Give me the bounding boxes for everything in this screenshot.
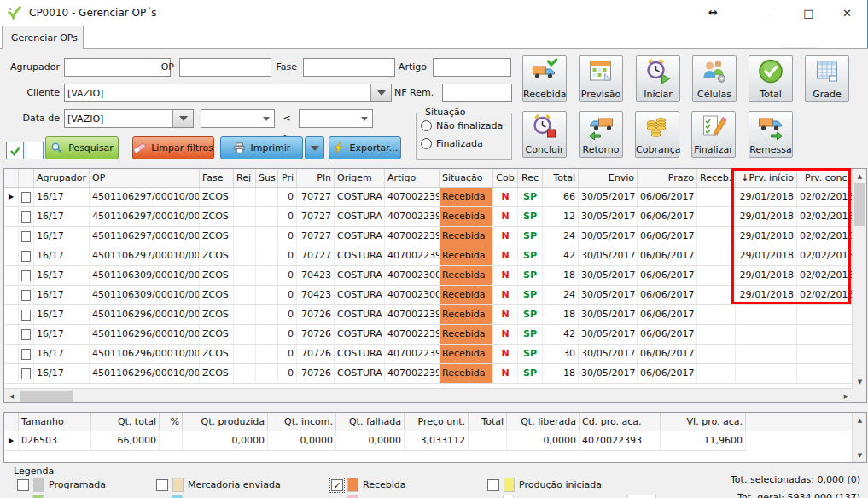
total-button[interactable]: Total (749, 55, 793, 102)
scrollbar-thumb[interactable] (854, 183, 865, 226)
detail-col-header-pre-o-unt[interactable]: Preço unt. (405, 413, 469, 431)
data-de-dropdown-icon[interactable] (172, 110, 193, 127)
col-header-sus[interactable]: Sus (256, 169, 278, 187)
table-row[interactable]: 16/174501106297/00010/004ZCOS070727COSTU… (4, 207, 866, 227)
legend-checkbox-recebida[interactable]: ✓ (331, 479, 343, 491)
imprimir-dropdown-button[interactable] (305, 136, 324, 159)
row-checkbox[interactable] (19, 188, 34, 207)
limpar-filtros-button[interactable]: Limpar filtros (132, 136, 214, 159)
date-to-combo[interactable] (299, 109, 373, 128)
date-from-combo[interactable] (201, 109, 275, 128)
cliente-dropdown-icon[interactable] (370, 84, 391, 101)
legend-checkbox-programada[interactable] (17, 479, 29, 491)
artigo-input[interactable] (433, 58, 511, 77)
minimize-button[interactable]: – (751, 0, 789, 26)
table-row[interactable]: ▶16/174501106297/00010/003ZCOS070727COST… (4, 188, 866, 207)
row-checkbox[interactable] (19, 305, 34, 325)
table-row[interactable]: 16/174501106309/00010/001ZCOS070423COSTU… (4, 266, 866, 286)
detail-col-header-qt-falhada[interactable]: Qt. falhada (336, 413, 405, 431)
retorno-button[interactable]: Retorno (579, 111, 623, 158)
detail-table-row[interactable]: ▶02650366,00000,00000,00000,00003,033112… (4, 431, 866, 451)
row-checkbox[interactable] (19, 325, 34, 345)
row-checkbox[interactable] (19, 207, 34, 227)
row-checkbox[interactable] (19, 286, 34, 305)
col-header-op[interactable]: OP (90, 169, 200, 187)
radio-nao-finalizada[interactable]: Não finalizada (421, 120, 503, 131)
col-header-artigo[interactable]: Artigo (385, 169, 440, 187)
maximize-button[interactable]: □ (789, 0, 828, 26)
concluir-button[interactable]: Concluir (522, 111, 567, 158)
close-button[interactable]: ✕ (828, 0, 866, 26)
row-checkbox[interactable] (19, 227, 34, 246)
scroll-down-icon[interactable]: ▼ (853, 448, 867, 462)
row-checkbox[interactable] (19, 364, 34, 384)
nf-rem-input[interactable] (442, 84, 512, 102)
recebida-button[interactable]: Recebida (522, 55, 567, 102)
radio-finalizada[interactable]: Finalizada (421, 138, 483, 149)
col-header-prazo[interactable]: Prazo (638, 169, 697, 187)
detail-col-header-qt-produzida[interactable]: Qt. produzida (183, 413, 268, 431)
c-lulas-button[interactable]: Células (692, 55, 737, 102)
scroll-left-icon[interactable]: ◀ (4, 389, 19, 403)
agrupador-input[interactable] (64, 58, 171, 77)
horizontal-scrollbar[interactable]: ◀ ▶ (4, 388, 853, 402)
col-header-rej[interactable]: Rej (234, 169, 256, 187)
col-header-prv-conc[interactable]: Prv. conc. (797, 169, 853, 187)
detail-col-header-total[interactable]: Total (469, 413, 507, 431)
vertical-scrollbar[interactable]: ▲ ▼ (852, 169, 866, 389)
table-row[interactable]: 16/174501106296/00010/001ZCOS070726COSTU… (4, 305, 866, 325)
col-header-prv-in-cio[interactable]: ↓Prv. início (736, 169, 797, 187)
pesquisar-button[interactable]: Pesquisar (45, 136, 119, 159)
row-checkbox[interactable] (19, 246, 34, 266)
table-row[interactable]: 16/174501106296/00010/002ZCOS070726COSTU… (4, 325, 866, 345)
detail-col-header-qt-liberada[interactable]: Qt. liberada (507, 413, 580, 431)
table-row[interactable]: 16/174501106296/00010/004ZCOS070726COSTU… (4, 364, 866, 384)
detail-vertical-scrollbar[interactable]: ▲ ▼ (852, 413, 866, 462)
col-header-fase[interactable]: Fase (200, 169, 234, 187)
col-header-agrupador[interactable]: Agrupador (34, 169, 90, 187)
legend-checkbox-produ-o-iniciada[interactable] (487, 479, 499, 491)
detail-col-header-qt-total[interactable]: Qt. total (91, 413, 160, 431)
uncheck-all-button[interactable] (26, 142, 44, 159)
detail-col-header-qt-incom[interactable]: Qt. incom. (268, 413, 336, 431)
grade-button[interactable]: Grade (805, 55, 849, 102)
previs-o-button[interactable]: Previsão (579, 55, 623, 102)
scroll-up-icon[interactable]: ▲ (853, 413, 867, 427)
col-header-receb[interactable]: Receb. (697, 169, 736, 187)
legend-checkbox-mercadoria-enviada[interactable] (156, 479, 168, 491)
cliente-combo[interactable]: [VAZIO] (64, 84, 392, 102)
detail-col-header-blank[interactable]: % (160, 413, 183, 431)
cobran-a-button[interactable]: Cobrança (635, 111, 679, 158)
row-checkbox[interactable] (19, 266, 34, 286)
detail-col-header-tamanho[interactable]: Tamanho (19, 413, 91, 431)
exportar-button[interactable]: Exportar... (329, 136, 401, 159)
date-from-dropdown-icon[interactable] (259, 117, 274, 121)
col-header-pri[interactable]: Pri (278, 169, 297, 187)
tab-gerenciar-ops[interactable]: Gerenciar OPs (2, 26, 84, 49)
col-header-total[interactable]: Total (543, 169, 579, 187)
finalizar-button[interactable]: Finalizar (691, 111, 736, 158)
iniciar-button[interactable]: Iniciar (636, 55, 680, 102)
table-row[interactable]: 16/174501106297/00010/005ZCOS070727COSTU… (4, 227, 866, 246)
detail-col-header-vl-pro-aca[interactable]: Vl. pro. aca. (661, 413, 746, 431)
remessa-button[interactable]: Remessa (749, 111, 793, 158)
imprimir-button[interactable]: Imprimir (220, 136, 303, 159)
date-to-dropdown-icon[interactable] (357, 117, 372, 121)
col-header-situa-o[interactable]: Situação (440, 169, 493, 187)
table-row[interactable]: 16/174501106309/00010/002ZCOS070423COSTU… (4, 286, 866, 305)
scroll-up-icon[interactable]: ▲ (853, 169, 867, 183)
col-header-cob[interactable]: Cob (493, 169, 518, 187)
table-row[interactable]: 16/174501106296/00010/003ZCOS070726COSTU… (4, 345, 866, 364)
fase-input[interactable] (303, 58, 395, 77)
data-de-combo[interactable]: [VAZIO] (64, 109, 194, 128)
col-header-rec[interactable]: Rec (518, 169, 543, 187)
col-header-origem[interactable]: Origem (335, 169, 385, 187)
scrollbar-thumb[interactable] (20, 391, 73, 402)
detail-col-header-cd-pro-aca[interactable]: Cd. pro. aca. (580, 413, 661, 431)
scroll-down-icon[interactable]: ▼ (853, 374, 867, 389)
col-header-pln[interactable]: Pln (297, 169, 335, 187)
row-checkbox[interactable] (19, 345, 34, 364)
col-header-envio[interactable]: Envio (579, 169, 638, 187)
table-row[interactable]: 16/174501106297/00010/006ZCOS070727COSTU… (4, 246, 866, 266)
op-input[interactable] (179, 58, 271, 77)
